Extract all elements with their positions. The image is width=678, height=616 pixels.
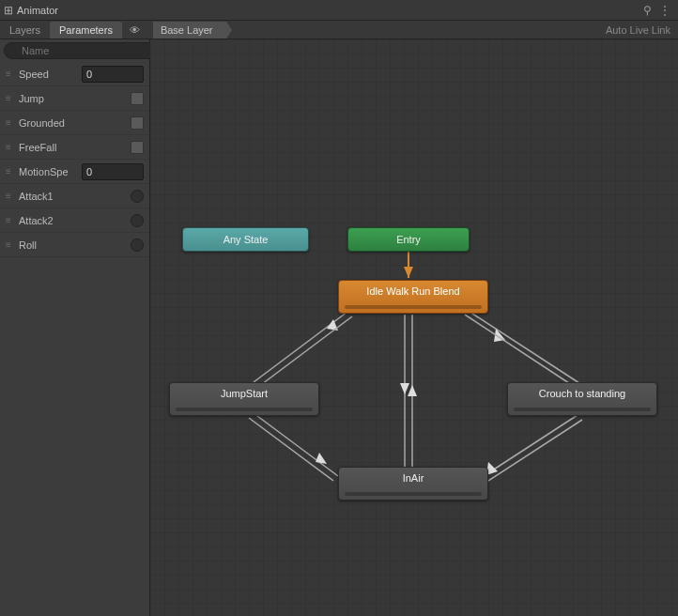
title-bar: ⊞ Animator ⚲ ⋮ (0, 0, 678, 21)
param-row-attack1[interactable]: ≡ Attack1 (0, 184, 149, 208)
drag-handle-icon[interactable]: ≡ (6, 194, 15, 198)
param-value-input[interactable] (82, 66, 144, 83)
state-machine-graph[interactable]: Any State Entry Idle Walk Run Blend Jump… (150, 39, 678, 616)
node-jump-start[interactable]: JumpStart (169, 382, 319, 416)
param-row-freefall[interactable]: ≡ FreeFall (0, 135, 149, 160)
svg-line-14 (249, 418, 333, 481)
param-row-grounded[interactable]: ≡ Grounded (0, 111, 149, 135)
param-checkbox[interactable] (131, 141, 144, 154)
drag-handle-icon[interactable]: ≡ (6, 146, 15, 149)
parameters-panel: ⌕ +▼ ≡ Speed ≡ Jump ≡ Grounded ≡ FreeFal… (0, 39, 150, 616)
svg-line-5 (470, 312, 582, 385)
svg-line-16 (488, 420, 582, 481)
parameter-search-input[interactable] (4, 42, 158, 59)
param-row-jump[interactable]: ≡ Jump (0, 86, 149, 111)
svg-marker-6 (494, 329, 505, 342)
param-label: FreeFall (19, 142, 131, 153)
svg-line-2 (254, 312, 347, 382)
param-label: Speed (19, 69, 82, 80)
visibility-icon[interactable]: 👁 (130, 24, 140, 36)
breadcrumb: Base Layer (147, 22, 226, 38)
param-label: MotionSpe (19, 166, 82, 177)
svg-line-12 (254, 413, 338, 476)
node-in-air[interactable]: InAir (338, 467, 488, 500)
param-row-speed[interactable]: ≡ Speed (0, 62, 149, 86)
tab-layers[interactable]: Layers (0, 22, 50, 38)
drag-handle-icon[interactable]: ≡ (6, 219, 15, 223)
param-trigger[interactable] (131, 190, 144, 203)
lock-open-icon[interactable]: ⚲ (639, 4, 655, 17)
node-any-state[interactable]: Any State (182, 227, 309, 252)
tab-parameters[interactable]: Parameters (50, 22, 122, 38)
drag-handle-icon[interactable]: ≡ (6, 243, 15, 247)
param-label: Grounded (19, 117, 131, 129)
node-crouch-to-standing[interactable]: Crouch to standing (507, 382, 657, 416)
svg-line-15 (484, 415, 578, 476)
param-label: Attack1 (19, 191, 131, 202)
param-label: Attack2 (19, 215, 131, 226)
svg-marker-11 (408, 385, 417, 396)
kebab-menu-icon[interactable]: ⋮ (655, 4, 674, 17)
svg-line-7 (465, 315, 578, 389)
param-trigger[interactable] (131, 214, 144, 227)
node-entry[interactable]: Entry (347, 227, 470, 252)
param-row-attack2[interactable]: ≡ Attack2 (0, 208, 149, 233)
param-trigger[interactable] (131, 239, 144, 252)
param-checkbox[interactable] (131, 116, 144, 130)
svg-marker-9 (400, 383, 409, 394)
auto-live-link-button[interactable]: Auto Live Link (598, 23, 678, 38)
svg-marker-3 (327, 319, 338, 331)
drag-handle-icon[interactable]: ≡ (6, 72, 15, 76)
svg-marker-13 (316, 453, 327, 464)
param-row-motionspeed[interactable]: ≡ MotionSpe (0, 160, 149, 184)
animator-icon: ⊞ (4, 4, 13, 17)
param-label: Jump (19, 93, 131, 104)
param-checkbox[interactable] (131, 92, 144, 105)
window-title: Animator (17, 5, 58, 16)
breadcrumb-base-layer[interactable]: Base Layer (153, 22, 226, 38)
param-label: Roll (19, 239, 131, 251)
param-row-roll[interactable]: ≡ Roll (0, 233, 149, 257)
svg-marker-1 (404, 267, 413, 278)
node-idle-walk-run-blend[interactable]: Idle Walk Run Blend (338, 280, 488, 314)
transitions-layer (150, 39, 678, 616)
tab-bar: Layers Parameters 👁 Base Layer Auto Live… (0, 21, 678, 39)
drag-handle-icon[interactable]: ≡ (6, 170, 15, 174)
drag-handle-icon[interactable]: ≡ (6, 97, 15, 100)
param-value-input[interactable] (82, 163, 144, 180)
drag-handle-icon[interactable]: ≡ (6, 121, 15, 125)
svg-line-4 (258, 316, 352, 387)
